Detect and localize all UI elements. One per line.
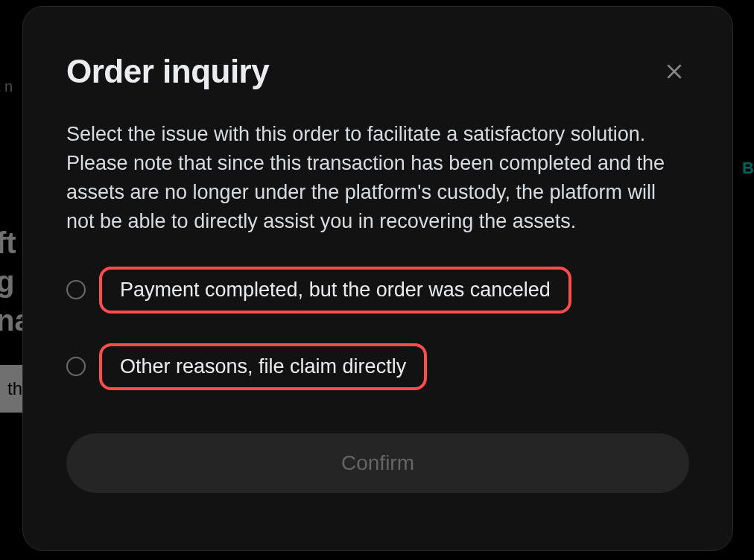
confirm-button[interactable]: Confirm xyxy=(66,433,689,493)
close-icon xyxy=(665,63,683,80)
order-inquiry-modal: Order inquiry Select the issue with this… xyxy=(22,6,733,551)
radio-label-highlight: Payment completed, but the order was can… xyxy=(99,267,571,314)
radio-option-other-reasons[interactable]: Other reasons, file claim directly xyxy=(66,343,689,390)
radio-input[interactable] xyxy=(66,280,86,299)
radio-input[interactable] xyxy=(66,357,86,376)
modal-title: Order inquiry xyxy=(66,53,269,90)
radio-label: Other reasons, file claim directly xyxy=(120,355,406,378)
radio-label: Payment completed, but the order was can… xyxy=(120,279,551,301)
close-button[interactable] xyxy=(659,57,689,86)
modal-header: Order inquiry xyxy=(66,53,689,90)
radio-option-payment-completed[interactable]: Payment completed, but the order was can… xyxy=(66,267,689,314)
modal-description: Select the issue with this order to faci… xyxy=(66,120,689,237)
radio-label-highlight: Other reasons, file claim directly xyxy=(99,343,427,390)
